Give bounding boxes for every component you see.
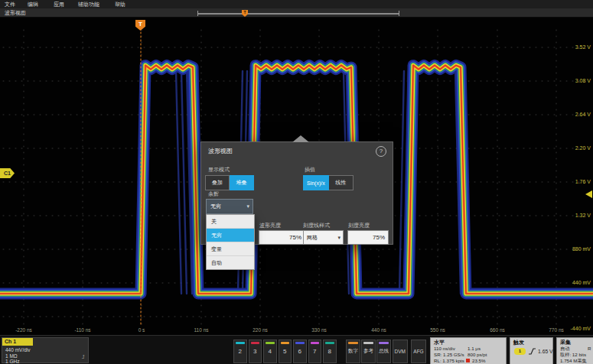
tab-waveform-view[interactable]: 波形视图 [5,9,26,17]
bus-label: 总线 [379,348,389,355]
dvm-label: DVM [395,349,406,354]
menu-help[interactable]: 帮助 [115,1,125,8]
probe-icon: ⮥ [82,354,85,360]
interpolation-linear-button[interactable]: 线性 [329,175,354,190]
ref-color-bar [363,342,373,344]
display-mode-segment: 叠加 堆叠 [205,175,254,190]
tab-strip: 波形视图 T [0,8,593,18]
display-mode-label: 显示模式 [208,166,230,174]
v-axis-label: 2.64 V [575,112,591,118]
t-axis-label: 440 ns [371,327,386,333]
horizontal-record-length: RL: 1.375 kpts [434,358,464,364]
oscilloscope-app: { "menu_bar": { "items": [ {"label": "文件… [0,0,593,364]
persistence-options-list: 关 无穷 变量 自动 [206,214,255,270]
digital-button[interactable]: 数字 [346,340,360,363]
v-axis-label: 3.52 V [575,44,591,50]
t-axis-label: 770 ns [549,327,564,333]
channel6-label: 6 [298,348,301,355]
record-view-bar[interactable]: T [197,11,399,16]
channel1-scale: 440 mV/div [5,347,31,353]
v-axis-label: 440 mV [572,280,591,286]
channel3-button[interactable]: 3 [249,340,262,363]
persistence-label: 余辉 [208,190,219,198]
trigger-panel[interactable]: 触发 1 1.65 V [510,337,553,364]
bus-color-bar [379,342,389,344]
channel1-badge[interactable]: Ch 1 440 mV/div 1 MΩ 1 GHz ⮥ [2,337,89,363]
channel8-label: 8 [328,348,331,355]
channel7-color-bar [311,342,320,344]
persistence-option-auto[interactable]: 自动 [207,256,254,269]
t-axis-label: 0 s [138,327,145,333]
v-axis-label: -440 mV [571,326,591,332]
display-mode-overlay-button[interactable]: 叠加 [205,175,230,190]
channel3-color-bar [251,342,260,344]
channel2-button[interactable]: 2 [233,340,247,363]
dialog-pointer-icon [292,135,309,142]
acquisition-mode: 自动 [560,346,569,352]
v-axis-label: 2.20 V [575,145,591,151]
trigger-level-arrow-icon[interactable] [585,190,592,198]
ref-button[interactable]: 参考 [361,340,376,363]
graticule-style-label: 刻度线样式 [303,222,330,229]
bottom-bar: Ch 1 440 mV/div 1 MΩ 1 GHz ⮥ 2 3 4 5 6 7… [0,335,593,364]
graticule-intensity-input[interactable]: 75% [347,230,389,245]
interpolation-label: 插值 [305,166,315,174]
horizontal-percent: 23.5% [472,358,486,364]
graticule-style-dropdown[interactable]: 网格 [303,230,344,245]
t-axis-label: -220 ns [15,327,32,333]
v-axis-label: 1.76 V [575,179,591,185]
channel5-button[interactable]: 5 [279,340,292,363]
rising-edge-icon [528,348,536,355]
acquisition-count: 1.754 M采集 [560,358,587,364]
acquisition-panel[interactable]: 采集 自动 R 取样: 12 bits 1.754 M采集 [556,337,593,364]
channel8-color-bar [325,342,334,344]
waveform-intensity-input[interactable]: 75% [259,230,305,245]
bus-button[interactable]: 总线 [376,340,391,363]
afg-label: AFG [413,349,423,354]
help-icon[interactable]: ? [376,146,386,157]
channel1-bandwidth: 1 GHz [5,359,19,364]
channel5-label: 5 [283,348,286,355]
display-mode-stacked-button[interactable]: 堆叠 [230,175,254,190]
menu-edit[interactable]: 编辑 [28,1,38,8]
channel8-button[interactable]: 8 [323,340,337,363]
menu-file[interactable]: 文件 [5,1,15,8]
channel6-color-bar [295,342,305,344]
channel1-name: Ch 1 [2,338,33,346]
channel6-button[interactable]: 6 [293,340,307,363]
digital-label: 数字 [348,348,358,355]
persistence-option-off[interactable]: 关 [207,215,254,229]
channel7-button[interactable]: 7 [308,340,322,363]
record-view-line [198,13,399,15]
record-trigger-marker-icon[interactable]: T [242,10,248,17]
horizontal-window: 1.1 μs [468,346,481,352]
channel2-label: 2 [239,348,242,355]
v-axis-label: 1.32 V [575,213,591,219]
v-axis-label: 880 mV [572,246,591,252]
acquisition-sample: 取样: 12 bits [560,352,586,358]
persistence-option-variable[interactable]: 变量 [207,242,254,256]
channel4-color-bar [266,342,275,344]
horizontal-scale: 110 ns/div [434,346,455,352]
dialog-title: 波形视图 [208,147,233,155]
horizontal-sample-rate: SR: 1.25 GS/s [434,352,464,358]
persistence-dropdown[interactable]: 无穷 [206,199,253,214]
digital-color-bar [348,342,358,344]
menu-apps[interactable]: 应用 [54,1,64,8]
interpolation-sinx-button[interactable]: Sin(x)/x [303,175,329,190]
t-axis-label: -110 ns [74,327,90,333]
interpolation-segment: Sin(x)/x 线性 [303,175,354,190]
graticule-intensity-label: 刻度亮度 [348,222,370,229]
menu-utility[interactable]: 辅助功能 [78,1,99,8]
channel4-label: 4 [269,348,272,355]
trigger-title: 触发 [513,339,524,346]
waveform-view-dialog: 波形视图 ? 显示模式 叠加 堆叠 插值 Sin(x)/x 线性 余辉 无穷 关… [200,141,393,245]
t-axis-label: 220 ns [253,327,268,333]
horizontal-panel[interactable]: 水平 110 ns/div 1.1 μs SR: 1.25 GS/s 800 p… [430,337,507,364]
persistence-option-infinite[interactable]: 无穷 [207,229,254,242]
ref-label: 参考 [363,348,373,355]
channel4-button[interactable]: 4 [263,340,277,363]
waveform-intensity-label: 波形亮度 [259,222,281,229]
dvm-button[interactable]: DVM [393,340,408,363]
afg-button[interactable]: AFG [411,340,426,363]
